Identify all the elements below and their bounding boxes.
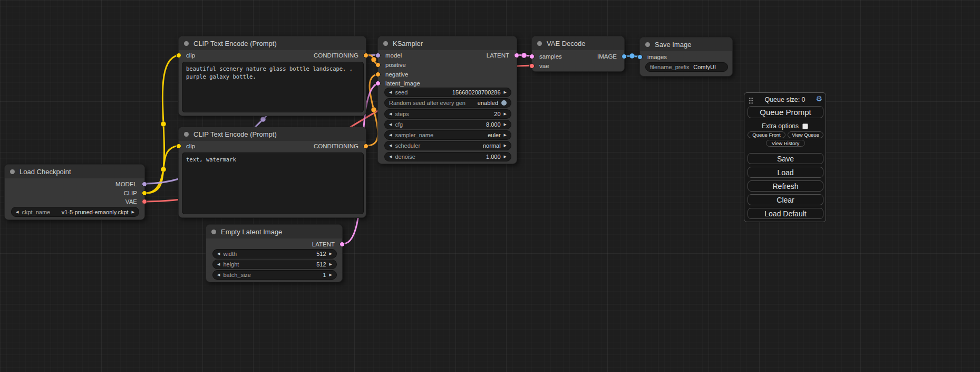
drag-handle-icon[interactable] xyxy=(749,97,753,104)
node-title-bar[interactable]: Load Checkpoint xyxy=(5,165,144,178)
collapse-dot-icon[interactable] xyxy=(211,230,216,234)
widget-ckpt-name[interactable]: ◀ ckpt_name v1-5-pruned-emaonly.ckpt ▶ xyxy=(11,207,139,217)
increment-arrow-icon[interactable]: ▶ xyxy=(504,133,507,137)
node-title-bar[interactable]: CLIP Text Encode (Prompt) xyxy=(179,127,366,141)
queue-front-button[interactable]: Queue Front xyxy=(748,131,785,138)
widget-filename-prefix[interactable]: filename_prefix ComfyUI xyxy=(645,62,728,72)
decrement-arrow-icon[interactable]: ◀ xyxy=(16,210,18,214)
increment-arrow-icon[interactable]: ▶ xyxy=(504,144,507,148)
increment-arrow-icon[interactable]: ▶ xyxy=(504,122,507,127)
node-title-bar[interactable]: Empty Latent Image xyxy=(206,225,342,239)
link-midpoint-dot xyxy=(371,107,376,112)
input-port-clip[interactable] xyxy=(176,144,181,149)
widget-steps[interactable]: ◀ steps 20 ▶ xyxy=(384,109,511,119)
load-button[interactable]: Load xyxy=(748,167,823,178)
decrement-arrow-icon[interactable]: ◀ xyxy=(389,155,392,159)
decrement-arrow-icon[interactable]: ◀ xyxy=(217,262,220,266)
output-port-conditioning[interactable] xyxy=(363,53,368,58)
input-port-samples[interactable] xyxy=(529,54,535,59)
link-midpoint-dot xyxy=(260,117,266,122)
node-ksampler[interactable]: KSampler model LATENT positive negative … xyxy=(377,36,517,164)
widget-width[interactable]: ◀ width 512 ▶ xyxy=(212,249,337,259)
decrement-arrow-icon[interactable]: ◀ xyxy=(389,90,392,94)
graph-canvas[interactable]: Load Checkpoint MODEL CLIP VAE ◀ ckpt_na… xyxy=(0,0,980,372)
link-midpoint-dot xyxy=(161,121,166,127)
node-title-bar[interactable]: CLIP Text Encode (Prompt) xyxy=(179,36,366,50)
widget-cfg[interactable]: ◀ cfg 8.000 ▶ xyxy=(384,120,511,129)
widget-height[interactable]: ◀ height 512 ▶ xyxy=(212,260,337,269)
queue-prompt-button[interactable]: Queue Prompt xyxy=(748,106,823,118)
decrement-arrow-icon[interactable]: ◀ xyxy=(389,112,392,116)
output-port-vae[interactable] xyxy=(142,199,147,204)
decrement-arrow-icon[interactable]: ◀ xyxy=(389,144,392,148)
output-port-clip[interactable] xyxy=(142,190,147,196)
output-port-conditioning[interactable] xyxy=(363,144,368,149)
increment-arrow-icon[interactable]: ▶ xyxy=(329,262,332,266)
save-button[interactable]: Save xyxy=(748,153,823,164)
view-history-button[interactable]: View History xyxy=(766,140,805,147)
settings-gear-icon[interactable]: ⚙ xyxy=(816,94,822,103)
negative-prompt-textarea[interactable]: text, watermark xyxy=(182,152,364,214)
decrement-arrow-icon[interactable]: ◀ xyxy=(389,133,392,137)
widget-seed[interactable]: ◀ seed 156680208700286 ▶ xyxy=(384,88,511,97)
input-port-images[interactable] xyxy=(637,54,643,60)
increment-arrow-icon[interactable]: ▶ xyxy=(504,155,507,159)
decrement-arrow-icon[interactable]: ◀ xyxy=(217,273,220,277)
increment-arrow-icon[interactable]: ▶ xyxy=(504,90,507,94)
collapse-dot-icon[interactable] xyxy=(184,132,189,137)
decrement-arrow-icon[interactable]: ◀ xyxy=(217,252,220,256)
widget-value: ComfyUI xyxy=(693,64,716,70)
increment-arrow-icon[interactable]: ▶ xyxy=(132,210,134,214)
input-port-positive[interactable] xyxy=(375,62,381,68)
input-port-clip[interactable] xyxy=(176,53,181,58)
input-port-model[interactable] xyxy=(375,53,381,58)
input-label-images: images xyxy=(647,53,667,61)
extra-options-checkbox[interactable] xyxy=(802,123,808,129)
widget-batch-size[interactable]: ◀ batch_size 1 ▶ xyxy=(212,270,337,280)
node-load-checkpoint[interactable]: Load Checkpoint MODEL CLIP VAE ◀ ckpt_na… xyxy=(4,164,145,220)
collapse-dot-icon[interactable] xyxy=(645,42,650,47)
positive-prompt-textarea[interactable]: beautiful scenery nature glass bottle la… xyxy=(182,62,364,112)
collapse-dot-icon[interactable] xyxy=(184,41,189,46)
widget-value: v1-5-pruned-emaonly.ckpt xyxy=(62,209,129,215)
collapse-dot-icon[interactable] xyxy=(537,41,542,46)
input-port-vae[interactable] xyxy=(529,63,535,69)
node-title-bar[interactable]: VAE Decode xyxy=(532,36,624,50)
node-clip-text-encode-positive[interactable]: CLIP Text Encode (Prompt) clip CONDITION… xyxy=(178,36,366,116)
node-title: Load Checkpoint xyxy=(20,168,71,176)
output-port-model[interactable] xyxy=(142,182,147,187)
widget-sampler-name[interactable]: ◀ sampler_name euler ▶ xyxy=(384,130,511,140)
input-port-latent-image[interactable] xyxy=(375,81,381,86)
node-clip-text-encode-negative[interactable]: CLIP Text Encode (Prompt) clip CONDITION… xyxy=(178,127,366,218)
input-port-negative[interactable] xyxy=(375,72,381,77)
widget-random-seed-toggle[interactable]: Random seed after every gen enabled xyxy=(384,98,511,108)
view-queue-button[interactable]: View Queue xyxy=(788,131,823,138)
queue-panel[interactable]: Queue size: 0 ⚙ Queue Prompt Extra optio… xyxy=(744,92,826,222)
link-midpoint-dot xyxy=(521,53,527,58)
input-label-samples: samples xyxy=(539,52,562,61)
collapse-dot-icon[interactable] xyxy=(383,41,388,46)
output-port-image[interactable] xyxy=(622,54,627,59)
node-save-image[interactable]: Save Image images filename_prefix ComfyU… xyxy=(639,37,733,77)
increment-arrow-icon[interactable]: ▶ xyxy=(504,112,507,116)
decrement-arrow-icon[interactable]: ◀ xyxy=(389,122,392,127)
clear-button[interactable]: Clear xyxy=(748,194,823,205)
input-label-latent-image: latent_image xyxy=(385,79,420,88)
node-title-bar[interactable]: KSampler xyxy=(378,36,517,50)
output-port-latent[interactable] xyxy=(339,242,345,247)
increment-arrow-icon[interactable]: ▶ xyxy=(329,252,332,256)
refresh-button[interactable]: Refresh xyxy=(748,180,823,192)
node-vae-decode[interactable]: VAE Decode samples IMAGE vae xyxy=(531,36,625,72)
output-port-latent[interactable] xyxy=(514,53,519,58)
node-empty-latent-image[interactable]: Empty Latent Image LATENT ◀ width 512 ▶ … xyxy=(206,224,343,282)
increment-arrow-icon[interactable]: ▶ xyxy=(329,273,332,277)
node-title-bar[interactable]: Save Image xyxy=(640,37,732,51)
widget-denoise[interactable]: ◀ denoise 1.000 ▶ xyxy=(384,152,511,161)
node-title: Save Image xyxy=(655,41,691,49)
collapse-dot-icon[interactable] xyxy=(10,169,15,174)
toggle-dot-icon[interactable] xyxy=(501,100,507,106)
widget-scheduler[interactable]: ◀ scheduler normal ▶ xyxy=(384,141,511,150)
input-label-positive: positive xyxy=(385,61,406,69)
load-default-button[interactable]: Load Default xyxy=(748,208,823,219)
extra-options-label: Extra options xyxy=(762,122,799,130)
